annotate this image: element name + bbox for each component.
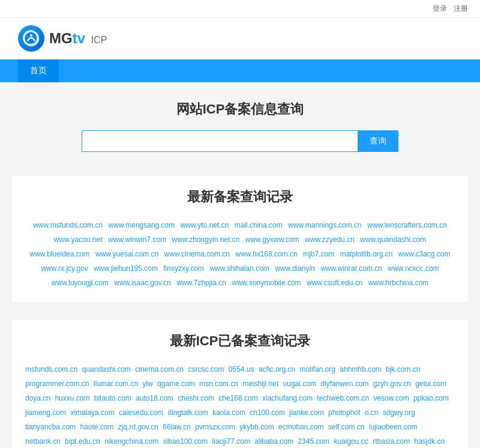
icp-link-item[interactable]: pvmszx.com — [195, 423, 235, 431]
icp-link-item[interactable]: doya.cn — [25, 394, 50, 402]
icp-link-item[interactable]: photophot — [328, 408, 360, 417]
icp-link-item[interactable]: netbank.cn — [25, 437, 61, 446]
icp-link-item[interactable]: liaoji77.com — [212, 437, 250, 446]
login-link[interactable]: 登录 — [433, 4, 447, 13]
recent-link-item[interactable]: www.gyxww.com — [245, 235, 299, 244]
icp-link-item[interactable]: 2345.com — [298, 437, 329, 446]
recent-link-item[interactable]: www.zhongyin.net.cn — [172, 235, 240, 244]
recent-records-links: www.msfunds.com.cn www.mengsang.com www.… — [24, 218, 456, 290]
icp-link-item[interactable]: kaola.com — [212, 408, 245, 417]
header: MGtv ICP — [0, 18, 480, 59]
icp-link-item[interactable]: auto18.com — [136, 394, 173, 402]
recent-link-item[interactable]: www.winwin7.com — [108, 235, 166, 244]
icp-link-item[interactable]: llumar.com.cn — [94, 380, 138, 388]
recent-link-item[interactable]: www.isaac.gov.cn — [114, 279, 170, 287]
icp-link-item[interactable]: diyfanwen.com — [320, 380, 368, 388]
recent-link-item[interactable]: www.rx.jcy.gov — [41, 264, 88, 273]
icp-link-item[interactable]: cheshi.com — [178, 394, 214, 402]
recent-link-item[interactable]: www.winrar.com.cn — [320, 264, 382, 273]
icp-link-item[interactable]: cinema.com.cn — [135, 365, 184, 374]
icp-link-item[interactable]: csrcsc.com — [188, 365, 224, 374]
icp-link-item[interactable]: tianyancba.com — [25, 423, 76, 431]
search-button[interactable]: 查询 — [358, 130, 398, 152]
recent-link-item[interactable]: www.mannings.com.cn — [288, 221, 362, 229]
icp-link-item[interactable]: msfunds.com.cn — [25, 365, 77, 374]
icp-link-item[interactable]: molifan.org — [300, 365, 335, 374]
recent-link-item[interactable]: www.hrbchina.com — [368, 279, 429, 287]
recent-link-item[interactable]: www.ncxcc.com — [388, 264, 439, 273]
icp-link-item[interactable]: dingtalk.com — [167, 408, 208, 417]
icp-link-item[interactable]: xiachufang.com — [262, 394, 313, 402]
icp-link-item[interactable]: xibao100.com — [163, 437, 208, 446]
icp-link-item[interactable]: huxxu.com — [55, 394, 89, 402]
recent-link-item[interactable]: mjb7.com — [303, 250, 334, 258]
icp-link-item[interactable]: rtbasia.com — [373, 437, 410, 446]
icp-link-item[interactable]: bjk.com.cn — [386, 365, 420, 374]
recent-link-item[interactable]: www.zzyedu.cn — [305, 235, 355, 244]
icp-link-item[interactable]: sdgwy.org — [383, 408, 415, 417]
recent-link-item[interactable]: www.jiehun195.com — [94, 264, 158, 273]
icp-link-item[interactable]: quandashi.com — [82, 365, 131, 374]
icp-link-item[interactable]: msn.com.cn — [199, 380, 238, 388]
search-input[interactable] — [82, 130, 358, 152]
icp-link-item[interactable]: hasjdk.cn — [415, 437, 445, 446]
icp-link-item[interactable]: jiameng.com — [25, 408, 66, 417]
recent-link-item[interactable]: www.msfunds.com.cn — [33, 221, 103, 229]
recent-link-item[interactable]: www.blueidea.com — [29, 250, 89, 258]
icp-link-item[interactable]: ximalaya.com — [70, 408, 114, 417]
icp-link-item[interactable]: 0554.us — [229, 365, 254, 374]
icp-link-item[interactable]: qgame.com — [157, 380, 195, 388]
recent-link-item[interactable]: www.quandashi.com — [360, 235, 426, 244]
recent-link-item[interactable]: www.yacou.net — [54, 235, 103, 244]
icp-link-item[interactable]: uugai.com — [283, 380, 316, 388]
recent-link-item[interactable]: www.hx168.com.cn — [235, 250, 297, 258]
icp-link-item[interactable]: kuaigou.cc — [334, 437, 368, 446]
icp-link-item[interactable]: bitauto.com — [94, 394, 131, 402]
svg-point-1 — [30, 34, 32, 37]
recent-link-item[interactable]: www.cinema.com.cn — [164, 250, 230, 258]
icp-link-item[interactable]: self.com.cn — [328, 423, 365, 431]
icp-link-item[interactable]: meishiji.net — [242, 380, 278, 388]
icp-link-item[interactable]: zjq.rd.gov.cn — [118, 423, 158, 431]
icp-link-item[interactable]: techweb.com.cn — [317, 394, 369, 402]
icp-link-item[interactable]: programmer.com.cn — [25, 380, 89, 388]
nav-item-home[interactable]: 首页 — [18, 59, 59, 82]
icp-link-item[interactable]: alibaba.com — [254, 437, 293, 446]
recent-link-item[interactable]: www.c3acg.com — [398, 250, 451, 258]
icp-link-item[interactable]: acfic.org.cn — [259, 365, 295, 374]
icp-link-item[interactable]: 66law.cn — [163, 423, 191, 431]
icp-link-item[interactable]: getui.com — [415, 380, 446, 388]
recent-link-item[interactable]: www.yto.net.cn — [181, 221, 229, 229]
recent-link-item[interactable]: www.lenscrafters.com.cn — [367, 221, 447, 229]
recent-link-item[interactable]: finsyzxy.com — [163, 264, 204, 273]
recent-link-item[interactable]: www.yuesai.com.cn — [95, 250, 158, 258]
recent-link-item[interactable]: matplotlib.org.cn — [340, 250, 392, 258]
recent-link-item[interactable]: www.luyougji.com — [52, 279, 109, 287]
icp-link-item[interactable]: lujiaobeen.com — [369, 423, 418, 431]
recent-link-item[interactable]: www.sonymobile.com — [232, 279, 301, 287]
icp-link-item[interactable]: haote.com — [80, 423, 113, 431]
icp-link-item[interactable]: ppkao.com — [413, 394, 449, 402]
icp-link-item[interactable]: caiesedu.com — [119, 408, 163, 417]
icp-link-item[interactable]: ecmoban.com — [278, 423, 323, 431]
icp-link-item[interactable]: cn100.com — [250, 408, 285, 417]
icp-link-item[interactable]: bipt.edu.cn — [65, 437, 100, 446]
icp-link-item[interactable]: vesow.com — [373, 394, 409, 402]
recent-link-item[interactable]: mail.china.com — [235, 221, 283, 229]
icp-link-item[interactable]: o.cn — [365, 408, 379, 417]
icp-link-item[interactable]: ylw — [142, 380, 152, 388]
recent-link-item[interactable]: www.dianyin — [275, 264, 315, 273]
recent-link-item[interactable]: www.csuft.edu.cn — [307, 279, 362, 287]
icp-link-item[interactable]: gzyh.gov.cn — [373, 380, 411, 388]
logo-text: MGtv ICP — [49, 30, 107, 47]
recent-link-item[interactable]: www.7zhpjia.cn — [176, 279, 226, 287]
logo-icon — [18, 25, 44, 52]
icp-link-item[interactable]: nikengchina.com — [104, 437, 158, 446]
icp-link-item[interactable]: ahhmhb.com — [340, 365, 381, 374]
recent-link-item[interactable]: www.shihalan.com — [209, 264, 269, 273]
register-link[interactable]: 注册 — [454, 4, 468, 13]
recent-link-item[interactable]: www.mengsang.com — [109, 221, 175, 229]
icp-link-item[interactable]: ykybb.com — [239, 423, 274, 431]
icp-link-item[interactable]: jianke.com — [289, 408, 323, 417]
icp-link-item[interactable]: che168.com — [218, 394, 257, 402]
